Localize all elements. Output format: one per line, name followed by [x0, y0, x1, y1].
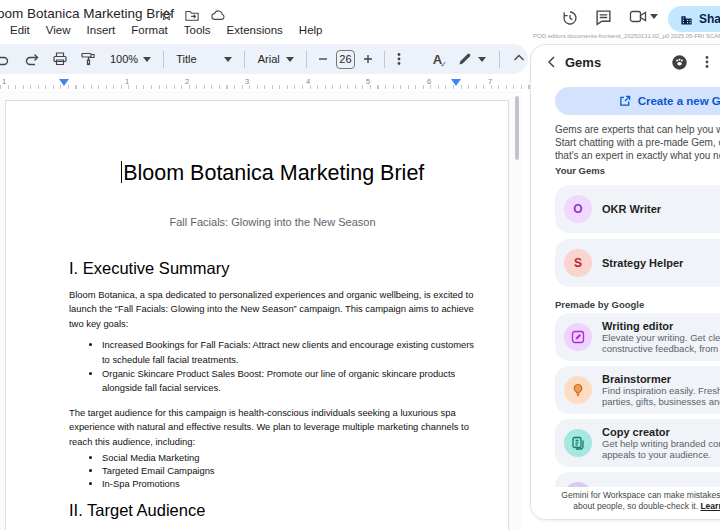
version-history-icon[interactable] — [561, 9, 579, 27]
gem-description: appeals to your audience. — [602, 449, 720, 461]
doc-heading-title[interactable]: Bloom Botanica Marketing Brief — [69, 161, 476, 186]
increase-font-size-icon[interactable] — [363, 51, 373, 67]
decrease-font-size-icon[interactable] — [318, 51, 328, 67]
lightbulb-icon — [564, 376, 592, 404]
spellcheck-icon[interactable]: A✓ — [433, 52, 445, 67]
video-call-caret-icon[interactable] — [650, 14, 658, 19]
doc-paragraph[interactable]: Bloom Botanica, a spa dedicated to perso… — [69, 288, 476, 331]
menu-tools[interactable]: Tools — [176, 22, 219, 38]
star-icon[interactable] — [160, 9, 173, 22]
ruler-number: 3 — [245, 77, 249, 86]
print-icon[interactable] — [52, 51, 68, 67]
your-gems-label: Your Gems — [555, 165, 605, 176]
paragraph-style-select[interactable]: Title — [176, 53, 219, 65]
menu-edit[interactable]: Edit — [2, 22, 38, 38]
doc-subtitle[interactable]: Fall Facials: Glowing into the New Seaso… — [69, 216, 476, 229]
horizontal-ruler[interactable]: 1 1 2 3 4 5 6 7 — [0, 77, 530, 91]
build-info-text: POD editors.documents-frontend_20250131.… — [533, 33, 720, 39]
create-new-gem-label: Create a new Gem — [638, 95, 720, 107]
document-title-field[interactable]: Bloom Botanica Marketing Brief — [0, 6, 174, 21]
toolbar-overflow-icon[interactable] — [393, 51, 405, 67]
premade-by-google-label: Premade by Google — [555, 299, 644, 310]
menu-view[interactable]: View — [38, 22, 79, 38]
style-caret-icon — [224, 57, 232, 62]
doc-bullet-list: Social Media Marketing Targeted Email Ca… — [69, 451, 476, 491]
doc-paragraph[interactable]: The target audience for this campaign is… — [69, 406, 476, 449]
ruler-number: 1 — [2, 77, 6, 86]
gems-description: Gems are experts that can help you with … — [555, 123, 720, 162]
paw-icon[interactable] — [671, 54, 688, 71]
font-family-select[interactable]: Arial — [258, 53, 281, 65]
document-scrollbar[interactable] — [515, 96, 519, 160]
domain-building-icon — [680, 13, 693, 26]
gem-name: Copy creator — [602, 426, 720, 438]
back-icon[interactable] — [545, 55, 559, 69]
gem-description: Find inspiration easily. Fresh ideas for — [602, 385, 720, 397]
menu-format[interactable]: Format — [123, 22, 175, 38]
redo-icon[interactable] — [24, 51, 40, 67]
gem-name: Writing editor — [602, 320, 720, 332]
doc-section-2-heading[interactable]: II. Target Audience — [69, 501, 476, 520]
move-folder-icon[interactable] — [185, 9, 199, 22]
document-page[interactable]: Bloom Botanica Marketing Brief Fall Faci… — [5, 100, 509, 530]
editing-mode-pen-icon[interactable] — [457, 51, 473, 67]
comments-icon[interactable] — [595, 9, 612, 26]
gem-avatar: O — [564, 195, 592, 223]
menu-help[interactable]: Help — [291, 22, 331, 38]
menu-insert[interactable]: Insert — [79, 22, 124, 38]
doc-bullet-list: Increased Bookings for Fall Facials: Att… — [69, 338, 476, 396]
editing-mode-caret-icon[interactable] — [478, 57, 486, 62]
disclaimer-line: Gemini for Workspace can make mistakes, … — [531, 490, 720, 501]
gem-item-copy-creator[interactable]: Copy creator Get help writing branded co… — [555, 419, 720, 467]
doc-bullet[interactable]: Targeted Email Campaigns — [102, 464, 476, 477]
gem-name: Strategy Helper — [602, 257, 683, 269]
create-new-gem-button[interactable]: Create a new Gem — [555, 87, 720, 115]
gem-item-strategy-helper[interactable]: S Strategy Helper — [555, 239, 720, 287]
menu-extensions[interactable]: Extensions — [219, 22, 291, 38]
right-indent-marker[interactable] — [451, 79, 461, 86]
ruler-number: 5 — [366, 77, 370, 86]
undo-icon[interactable] — [0, 51, 10, 67]
doc-bullet[interactable]: Increased Bookings for Fall Facials: Att… — [102, 338, 476, 367]
gems-side-panel: Gems Create a new Gem Gems are experts t… — [530, 44, 720, 520]
left-indent-marker[interactable] — [59, 79, 69, 86]
paint-format-icon[interactable] — [80, 51, 96, 67]
doc-bullet[interactable]: In-Spa Promotions — [102, 477, 476, 490]
ruler-number: 2 — [185, 77, 189, 86]
doc-bullet[interactable]: Social Media Marketing — [102, 451, 476, 464]
panel-overflow-icon[interactable] — [701, 54, 713, 70]
menu-bar: Edit View Insert Format Tools Extensions… — [2, 22, 331, 38]
panel-disclaimer: Gemini for Workspace can make mistakes, … — [531, 487, 720, 519]
font-caret-icon — [286, 57, 294, 62]
font-size-input[interactable]: 26 — [336, 50, 355, 69]
open-in-new-icon — [619, 95, 631, 107]
ruler-number: 1 — [125, 77, 129, 86]
panel-header: Gems — [531, 45, 720, 81]
gem-name: Brainstormer — [602, 373, 720, 385]
gem-name: OKR Writer — [602, 203, 661, 215]
doc-bullet[interactable]: Organic Skincare Product Sales Boost: Pr… — [102, 367, 476, 396]
gem-avatar: S — [564, 249, 592, 277]
doc-section-1-heading[interactable]: I. Executive Summary — [69, 259, 476, 278]
video-call-icon[interactable] — [629, 9, 647, 24]
gem-description: constructive feedback, from grammar — [602, 343, 720, 355]
zoom-select[interactable]: 100% — [110, 53, 138, 65]
gem-item-brainstormer[interactable]: Brainstormer Find inspiration easily. Fr… — [555, 366, 720, 414]
top-bar: Bloom Botanica Marketing Brief Edit View… — [0, 0, 720, 42]
learn-more-link[interactable]: Learn more — [700, 501, 720, 511]
toolbar: 100% Title Arial 26 A✓ — [0, 44, 528, 74]
gem-item-writing-editor[interactable]: Writing editor Elevate your writing. Get… — [555, 313, 720, 361]
gem-description: Elevate your writing. Get clear, — [602, 332, 720, 344]
document-canvas: Bloom Botanica Marketing Brief Fall Faci… — [0, 91, 522, 530]
gem-item-okr-writer[interactable]: O OKR Writer — [555, 185, 720, 233]
gem-description: parties, gifts, businesses and more — [602, 396, 720, 408]
hide-menus-icon[interactable] — [512, 51, 528, 67]
ruler-number: 7 — [488, 77, 492, 86]
share-label: Share — [699, 12, 720, 26]
panel-title: Gems — [565, 55, 601, 70]
disclaimer-line: about people, so double-check it. Learn … — [531, 501, 720, 512]
cloud-status-icon[interactable] — [211, 9, 225, 21]
share-button[interactable]: Share — [668, 6, 720, 32]
copy-document-icon — [564, 429, 592, 457]
zoom-caret-icon — [143, 57, 151, 62]
